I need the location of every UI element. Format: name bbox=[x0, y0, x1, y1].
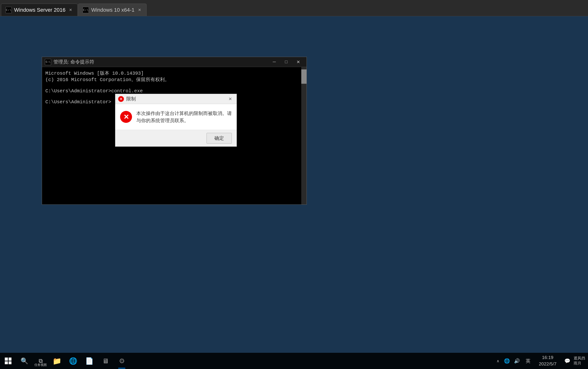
tab-label-2: Windows 10 x64-1 bbox=[91, 7, 134, 13]
dialog-title-text: 限制 bbox=[126, 96, 227, 102]
tray-volume-icon[interactable]: 🔊 bbox=[512, 355, 522, 367]
dialog-ok-button[interactable]: 确定 bbox=[207, 133, 232, 144]
ie-icon: 🌐 bbox=[69, 357, 77, 365]
notification-icon: 💬 bbox=[564, 358, 570, 364]
tab-icon-1: C:\ bbox=[5, 7, 12, 13]
notepad-icon: 📄 bbox=[85, 357, 94, 365]
search-icon: 🔍 bbox=[21, 357, 28, 365]
taskbar-app-vm[interactable]: 🖥 bbox=[97, 353, 114, 369]
taskbar-app-notepad[interactable]: 📄 bbox=[81, 353, 97, 369]
tray-weather-label: 遮风挡雨月 bbox=[574, 356, 586, 366]
task-view-label: 任务视图 bbox=[34, 363, 47, 367]
tab-close-2[interactable]: ✕ bbox=[137, 7, 142, 13]
tray-clock[interactable]: 16:19 2022/5/7 bbox=[535, 354, 561, 368]
dialog-message: 本次操作由于这台计算机的限制而被取消。请与你的系统管理员联系。 bbox=[136, 110, 232, 124]
tab-windows-server-2016[interactable]: C:\ Windows Server 2016 ✕ bbox=[1, 4, 78, 16]
tray-date: 2022/5/7 bbox=[539, 361, 556, 367]
dialog-body: ✕ 本次操作由于这台计算机的限制而被取消。请与你的系统管理员联系。 bbox=[115, 104, 237, 130]
start-button[interactable] bbox=[0, 353, 16, 369]
tray-chevron-button[interactable]: ∧ bbox=[494, 355, 502, 367]
vm-desktop-icon: 🖥 bbox=[102, 357, 109, 365]
tray-network-icon[interactable]: 🌐 bbox=[502, 355, 512, 367]
taskbar-app-ie[interactable]: 🌐 bbox=[65, 353, 81, 369]
tab-bar: C:\ Windows Server 2016 ✕ C:\ Windows 10… bbox=[0, 0, 588, 16]
tray-notification-button[interactable]: 💬 bbox=[561, 354, 573, 368]
tray-time: 16:19 bbox=[542, 354, 553, 361]
tray-weather[interactable]: 遮风挡雨月 bbox=[574, 354, 586, 368]
windows-logo-icon bbox=[5, 358, 11, 364]
dialog-titlebar: ✕ 限制 ✕ bbox=[115, 94, 237, 104]
taskbar-apps: 📁 🌐 📄 🖥 ⚙ bbox=[49, 353, 130, 369]
settings-gear-icon: ⚙ bbox=[119, 357, 125, 365]
tab-icon-2: C:\ bbox=[83, 7, 89, 13]
tab-label-1: Windows Server 2016 bbox=[14, 7, 65, 13]
tab-windows-10[interactable]: C:\ Windows 10 x64-1 ✕ bbox=[78, 4, 147, 16]
dialog-footer: 确定 bbox=[115, 130, 237, 146]
dialog-title-error-icon: ✕ bbox=[118, 96, 124, 102]
taskbar-app-settings[interactable]: ⚙ bbox=[114, 353, 130, 369]
system-tray: ∧ 🌐 🔊 英 16:19 2022/5/7 💬 遮风挡雨月 bbox=[494, 353, 588, 369]
task-view-button[interactable]: ⧉ 任务视图 bbox=[32, 353, 49, 369]
taskbar: 🔍 ⧉ 任务视图 📁 🌐 📄 🖥 ⚙ ∧ 🌐 � bbox=[0, 353, 588, 369]
tab-close-1[interactable]: ✕ bbox=[68, 7, 73, 13]
tray-lang-indicator[interactable]: 英 bbox=[522, 355, 534, 367]
dialog-overlay: ✕ 限制 ✕ ✕ 本次操作由于这台计算机的限制而被取消。请与你的系统管理员联系。… bbox=[0, 16, 588, 369]
restriction-dialog: ✕ 限制 ✕ ✕ 本次操作由于这台计算机的限制而被取消。请与你的系统管理员联系。… bbox=[115, 94, 237, 147]
dialog-close-button[interactable]: ✕ bbox=[227, 95, 234, 102]
vm-window: C:\ 管理员: 命令提示符 ─ □ ✕ Microsoft Windows [… bbox=[0, 16, 588, 369]
folder-icon: 📁 bbox=[52, 357, 61, 365]
taskbar-app-file-explorer[interactable]: 📁 bbox=[49, 353, 65, 369]
search-button[interactable]: 🔍 bbox=[16, 353, 32, 369]
dialog-error-icon: ✕ bbox=[120, 111, 132, 123]
